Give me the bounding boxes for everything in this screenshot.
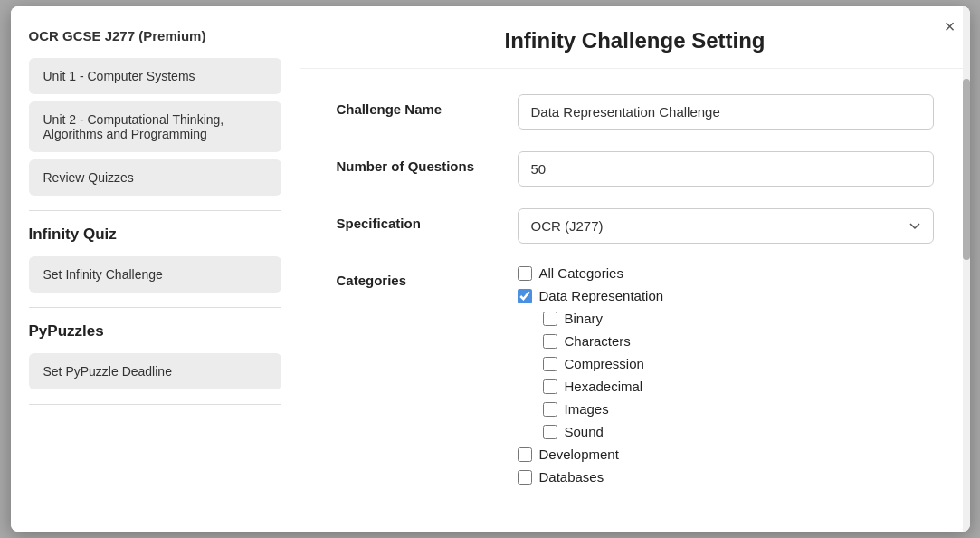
challenge-name-row: Challenge Name [337, 94, 934, 130]
num-questions-label: Number of Questions [337, 151, 518, 174]
sidebar-item-unit2[interactable]: Unit 2 - Computational Thinking, Algorit… [29, 101, 281, 152]
main-header: Infinity Challenge Setting [300, 6, 970, 69]
specification-select[interactable]: OCR (J277) AQA Edexcel [518, 208, 934, 244]
checkbox-binary[interactable] [543, 312, 557, 326]
pypuzzles-title: PyPuzzles [29, 322, 281, 341]
infinity-quiz-title: Infinity Quiz [29, 226, 281, 244]
label-all-categories: All Categories [539, 265, 623, 281]
category-data-representation[interactable]: Data Representation [518, 288, 934, 303]
scrollbar-track[interactable] [963, 6, 970, 532]
sidebar-top-title: OCR GCSE J277 (Premium) [29, 28, 281, 43]
label-characters: Characters [565, 333, 631, 349]
main-title: Infinity Challenge Setting [337, 28, 934, 53]
checkbox-development[interactable] [518, 447, 532, 462]
sidebar-item-unit1[interactable]: Unit 1 - Computer Systems [29, 58, 281, 94]
specification-control: OCR (J277) AQA Edexcel [518, 208, 934, 244]
label-development: Development [539, 447, 619, 462]
label-compression: Compression [565, 356, 644, 371]
sidebar: OCR GCSE J277 (Premium) Unit 1 - Compute… [11, 6, 300, 532]
challenge-name-label: Challenge Name [337, 94, 518, 117]
category-binary[interactable]: Binary [518, 311, 934, 326]
category-development[interactable]: Development [518, 447, 934, 462]
categories-row: Categories All Categories Data Represent… [337, 265, 934, 485]
close-button[interactable]: × [945, 17, 956, 35]
category-databases[interactable]: Databases [518, 469, 934, 485]
sidebar-divider-2 [29, 307, 281, 308]
checkbox-characters[interactable] [543, 334, 557, 349]
category-images[interactable]: Images [518, 401, 934, 417]
checkbox-images[interactable] [543, 402, 557, 417]
specification-label: Specification [337, 208, 518, 231]
main-content: Infinity Challenge Setting Challenge Nam… [300, 6, 970, 532]
sidebar-divider-3 [29, 404, 281, 405]
label-images: Images [565, 401, 609, 417]
checkbox-sound[interactable] [543, 425, 557, 439]
label-data-representation: Data Representation [539, 288, 664, 303]
label-hexadecimal: Hexadecimal [565, 379, 643, 394]
sidebar-item-set-pypuzzle[interactable]: Set PyPuzzle Deadline [29, 353, 281, 389]
challenge-name-control [518, 94, 934, 130]
categories-label: Categories [337, 265, 518, 288]
num-questions-row: Number of Questions [337, 151, 934, 187]
category-all-categories[interactable]: All Categories [518, 265, 934, 281]
scrollbar-thumb[interactable] [963, 79, 970, 260]
specification-row: Specification OCR (J277) AQA Edexcel [337, 208, 934, 244]
category-characters[interactable]: Characters [518, 333, 934, 349]
num-questions-input[interactable] [518, 151, 934, 187]
category-compression[interactable]: Compression [518, 356, 934, 371]
sidebar-units-list: Unit 1 - Computer Systems Unit 2 - Compu… [29, 58, 281, 196]
main-body: Challenge Name Number of Questions Speci… [300, 69, 970, 532]
sidebar-divider-1 [29, 210, 281, 211]
checkbox-data-representation[interactable] [518, 289, 532, 303]
modal-overlay: × OCR GCSE J277 (Premium) Unit 1 - Compu… [0, 0, 980, 538]
label-binary: Binary [565, 311, 604, 326]
label-sound: Sound [565, 424, 604, 439]
categories-control: All Categories Data Representation Binar… [518, 265, 934, 485]
checkbox-all-categories[interactable] [518, 266, 532, 281]
challenge-name-input[interactable] [518, 94, 934, 130]
checkbox-compression[interactable] [543, 357, 557, 371]
category-sound[interactable]: Sound [518, 424, 934, 439]
label-databases: Databases [539, 469, 604, 485]
category-hexadecimal[interactable]: Hexadecimal [518, 379, 934, 394]
sidebar-item-review[interactable]: Review Quizzes [29, 159, 281, 196]
modal: × OCR GCSE J277 (Premium) Unit 1 - Compu… [11, 6, 970, 532]
checkbox-hexadecimal[interactable] [543, 379, 557, 394]
sidebar-item-set-infinity[interactable]: Set Infinity Challenge [29, 256, 281, 293]
num-questions-control [518, 151, 934, 187]
checkbox-databases[interactable] [518, 470, 532, 485]
